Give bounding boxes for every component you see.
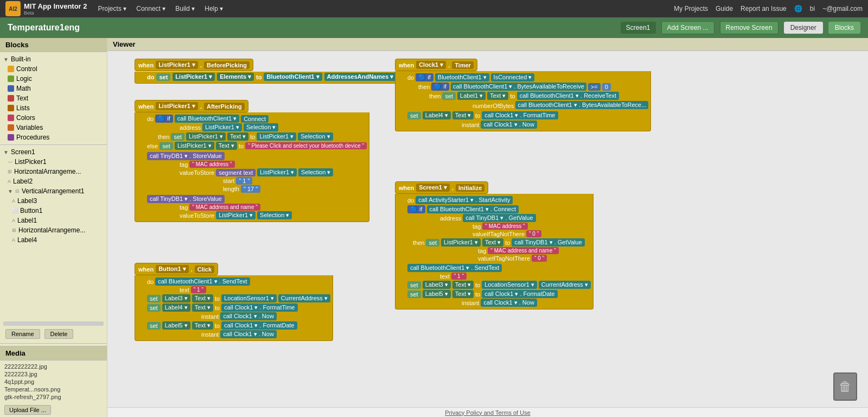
lists-item[interactable]: Lists: [4, 103, 107, 113]
upload-file-button[interactable]: Upload File ...: [4, 405, 51, 415]
when-label: when: [138, 62, 154, 68]
string-0-2: " 0 ": [532, 255, 547, 262]
nav-connect[interactable]: Connect ▾: [136, 5, 165, 12]
report-issue-link[interactable]: Report an Issue: [741, 5, 787, 12]
label3-item[interactable]: A Label3: [9, 196, 107, 206]
initialize-event: Initialize: [456, 184, 484, 192]
label3-icon: A: [12, 198, 15, 204]
nav-build[interactable]: Build ▾: [175, 5, 195, 12]
label1-item[interactable]: A Label1: [9, 216, 107, 225]
variables-item[interactable]: Variables: [4, 123, 107, 132]
guide-link[interactable]: Guide: [716, 5, 733, 12]
media-file-2[interactable]: 2222223.jpg: [4, 370, 103, 378]
valueifnotfound1: valueIfTagNotThere: [473, 231, 525, 237]
else-ap: else: [147, 143, 158, 149]
lists-color: [8, 105, 14, 111]
listpicker1-item[interactable]: — ListPicker1: [4, 157, 107, 167]
screen1-init-label: Screen1 ▾: [416, 184, 450, 192]
delete-button[interactable]: Delete: [44, 329, 74, 339]
length-label: length: [223, 186, 239, 192]
call-tinydb1-store1: call TinyDB1 ▾ . StoreValue: [147, 152, 225, 160]
tag-label2: tag: [180, 204, 188, 211]
label2-item[interactable]: A Label2: [4, 176, 107, 186]
to-label3: to: [475, 112, 480, 119]
connect-label: Connect: [241, 115, 269, 123]
to-scr1: to: [505, 239, 510, 246]
globe-icon[interactable]: 🌐: [794, 5, 802, 12]
isconnected-label: IsConnected ▾: [491, 73, 535, 81]
rename-button[interactable]: Rename: [5, 329, 40, 339]
colors-item[interactable]: Colors: [4, 113, 107, 123]
text-item[interactable]: Text: [4, 93, 107, 103]
string-1-scr: " 1 ": [451, 273, 467, 280]
built-in-section[interactable]: ▼ Built-in: [0, 54, 107, 64]
user-label: bi: [810, 5, 815, 12]
nav-menu: Projects ▾ Connect ▾ Build ▾ Help ▾: [98, 5, 224, 12]
string-mac-name-scr: " MAC address and name ": [488, 247, 559, 254]
horizontalarrange2-label: HorizontalArrangeme...: [18, 226, 85, 234]
remove-screen-button[interactable]: Remove Screen: [720, 21, 778, 34]
media-file-4[interactable]: Temperat...nsors.png: [4, 386, 103, 393]
button1-item[interactable]: ⬜ Button1: [9, 206, 107, 216]
dot-btn: .: [191, 266, 193, 273]
blocks-button[interactable]: Blocks: [828, 22, 860, 34]
media-file-1[interactable]: 2222222222.jpg: [4, 363, 103, 370]
procedures-item[interactable]: Procedures: [4, 132, 107, 142]
horizontalarrange2-item[interactable]: ⊞ HorizontalArrangeme...: [9, 225, 107, 235]
selection-ap: Selection ▾: [298, 132, 333, 141]
screen1-section-label: Screen1: [11, 148, 35, 156]
nav-projects[interactable]: Projects ▾: [98, 5, 127, 12]
block-clock1-timer[interactable]: when Clock1 ▾ . Timer do 🔵 if BluetoothC…: [395, 59, 651, 131]
to-ap: to: [250, 134, 255, 140]
when-screen-label: when: [399, 185, 414, 191]
label5-btn: Label5 ▾: [162, 321, 190, 330]
do-ap: do: [147, 116, 154, 122]
horizontalarrange1-item[interactable]: ⊞ HorizontalArrangeme...: [4, 167, 107, 176]
block-listpicker-beforepicking[interactable]: when ListPicker1 ▾ . BeforePicking do se…: [135, 59, 399, 84]
block-button1-click[interactable]: when Button1 ▾ . Click do call Bluetooth…: [135, 263, 333, 341]
do-label: do: [147, 74, 154, 80]
set-btn-label4: set: [147, 304, 161, 312]
privacy-policy-link[interactable]: Privacy Policy and Terms of Use: [445, 409, 531, 416]
logic-item[interactable]: Logic: [4, 74, 107, 84]
media-file-3[interactable]: 4q1ppt.png: [4, 378, 103, 386]
variables-color: [8, 124, 14, 131]
viewer-canvas[interactable]: when ListPicker1 ▾ . BeforePicking do se…: [107, 51, 868, 407]
text-label5-btn: Text ▾: [192, 321, 213, 330]
set-label2: set: [442, 92, 456, 100]
block-listpicker-afterpicking[interactable]: when ListPicker1 ▾ . AfterPicking do 🔵 i…: [135, 100, 369, 222]
set-ap: set: [171, 133, 184, 141]
nav-help[interactable]: Help ▾: [205, 5, 223, 12]
do-btn: do: [147, 279, 154, 285]
block-screen1-init[interactable]: when Screen1 ▾ . Initialize do call Acti…: [395, 181, 593, 309]
screen1-section[interactable]: ▼ Screen1: [0, 147, 107, 157]
tag-label1: tag: [180, 161, 188, 168]
my-projects-link[interactable]: My Projects: [674, 5, 708, 12]
verticalarrange1-item[interactable]: ▼ ⊟ VerticalArrangement1: [4, 186, 107, 196]
media-file-5[interactable]: gtk-refresh_2797.png: [4, 393, 103, 401]
label4-item[interactable]: A Label4: [9, 235, 107, 245]
screen1-button[interactable]: Screen1: [621, 22, 656, 34]
text-color: [8, 95, 14, 102]
control-item[interactable]: Control: [4, 64, 107, 74]
set-label3: set: [407, 112, 421, 119]
click-event: Click: [195, 266, 214, 273]
clock1-label: Clock1 ▾: [416, 61, 446, 69]
button1-event: Button1 ▾: [156, 265, 189, 273]
string-please-click: " Please Click and select your bluetooth…: [245, 142, 367, 149]
designer-button[interactable]: Designer: [784, 22, 823, 34]
label5-scr: Label5 ▾: [423, 290, 451, 298]
text-scr: Text ▾: [482, 238, 503, 247]
set-label: set: [156, 73, 170, 81]
call-clock-fmtdate-scr: call Clock1 ▾ . FormatDate: [482, 290, 557, 298]
add-screen-button[interactable]: Add Screen ...: [661, 21, 714, 34]
viewer-footer: Privacy Policy and Terms of Use: [107, 407, 868, 417]
to-scr2: to: [475, 282, 480, 288]
set-scr-l3: set: [407, 281, 421, 289]
when-clock-label: when: [399, 62, 414, 68]
screen1-expand-icon: ▼: [3, 149, 9, 155]
math-item[interactable]: Math: [4, 84, 107, 93]
do-clock-label: do: [407, 74, 414, 81]
trash-icon[interactable]: 🗑: [833, 372, 857, 401]
button1-label: Button1: [20, 207, 42, 214]
